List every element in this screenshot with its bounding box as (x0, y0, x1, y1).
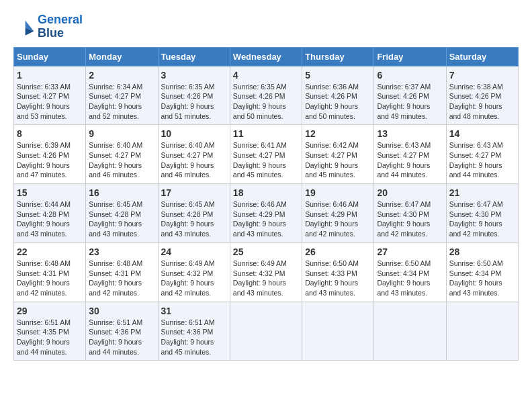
day-number: 12 (305, 128, 371, 139)
day-number: 7 (449, 70, 515, 81)
day-info: Sunrise: 6:33 AM Sunset: 4:27 PM Dayligh… (17, 82, 83, 122)
day-info: Sunrise: 6:36 AM Sunset: 4:26 PM Dayligh… (305, 82, 371, 122)
calendar-cell: 10 Sunrise: 6:40 AM Sunset: 4:27 PM Dayl… (158, 125, 230, 184)
day-info: Sunrise: 6:45 AM Sunset: 4:28 PM Dayligh… (161, 199, 227, 239)
calendar-cell (230, 302, 302, 361)
day-info: Sunrise: 6:41 AM Sunset: 4:27 PM Dayligh… (233, 140, 299, 180)
day-info: Sunrise: 6:40 AM Sunset: 4:27 PM Dayligh… (89, 140, 154, 180)
calendar-cell: 13 Sunrise: 6:43 AM Sunset: 4:27 PM Dayl… (374, 125, 446, 184)
day-info: Sunrise: 6:51 AM Sunset: 4:36 PM Dayligh… (161, 318, 227, 357)
col-header-tuesday: Tuesday (158, 47, 230, 66)
logo: General Blue (13, 13, 83, 40)
day-info: Sunrise: 6:49 AM Sunset: 4:32 PM Dayligh… (161, 259, 227, 298)
day-number: 6 (377, 70, 443, 81)
day-number: 16 (89, 187, 154, 198)
day-info: Sunrise: 6:46 AM Sunset: 4:29 PM Dayligh… (305, 199, 371, 239)
calendar-cell: 8 Sunrise: 6:39 AM Sunset: 4:26 PM Dayli… (14, 125, 86, 184)
day-info: Sunrise: 6:51 AM Sunset: 4:36 PM Dayligh… (89, 318, 154, 357)
calendar-cell (374, 302, 446, 361)
day-info: Sunrise: 6:50 AM Sunset: 4:34 PM Dayligh… (377, 259, 443, 298)
day-info: Sunrise: 6:39 AM Sunset: 4:26 PM Dayligh… (17, 140, 83, 180)
calendar-cell: 1 Sunrise: 6:33 AM Sunset: 4:27 PM Dayli… (14, 66, 86, 125)
day-number: 11 (233, 128, 299, 139)
day-number: 1 (17, 70, 83, 81)
day-number: 14 (449, 128, 515, 139)
calendar-cell: 19 Sunrise: 6:46 AM Sunset: 4:29 PM Dayl… (302, 184, 374, 243)
day-number: 3 (161, 70, 227, 81)
day-info: Sunrise: 6:40 AM Sunset: 4:27 PM Dayligh… (161, 140, 227, 180)
day-info: Sunrise: 6:34 AM Sunset: 4:27 PM Dayligh… (89, 82, 154, 122)
day-info: Sunrise: 6:45 AM Sunset: 4:28 PM Dayligh… (89, 199, 154, 239)
day-number: 22 (17, 246, 83, 257)
day-number: 21 (449, 187, 515, 198)
day-info: Sunrise: 6:38 AM Sunset: 4:26 PM Dayligh… (449, 82, 515, 122)
day-number: 27 (377, 246, 443, 257)
calendar-cell: 20 Sunrise: 6:47 AM Sunset: 4:30 PM Dayl… (374, 184, 446, 243)
calendar-cell: 25 Sunrise: 6:49 AM Sunset: 4:32 PM Dayl… (230, 242, 302, 302)
calendar-cell: 28 Sunrise: 6:50 AM Sunset: 4:34 PM Dayl… (446, 242, 518, 302)
calendar-week-1: 1 Sunrise: 6:33 AM Sunset: 4:27 PM Dayli… (14, 66, 519, 125)
day-info: Sunrise: 6:47 AM Sunset: 4:30 PM Dayligh… (449, 199, 515, 239)
day-number: 8 (17, 128, 83, 139)
calendar-cell: 9 Sunrise: 6:40 AM Sunset: 4:27 PM Dayli… (86, 125, 158, 184)
calendar-cell: 7 Sunrise: 6:38 AM Sunset: 4:26 PM Dayli… (446, 66, 518, 125)
calendar-cell: 22 Sunrise: 6:48 AM Sunset: 4:31 PM Dayl… (14, 242, 86, 302)
calendar-week-3: 15 Sunrise: 6:44 AM Sunset: 4:28 PM Dayl… (14, 184, 519, 243)
day-number: 26 (305, 246, 371, 257)
calendar-cell: 16 Sunrise: 6:45 AM Sunset: 4:28 PM Dayl… (86, 184, 158, 243)
day-number: 5 (305, 70, 371, 81)
calendar-week-2: 8 Sunrise: 6:39 AM Sunset: 4:26 PM Dayli… (14, 125, 519, 184)
page-header: General Blue (13, 13, 519, 40)
day-number: 28 (449, 246, 515, 257)
calendar-cell: 15 Sunrise: 6:44 AM Sunset: 4:28 PM Dayl… (14, 184, 86, 243)
calendar-cell: 27 Sunrise: 6:50 AM Sunset: 4:34 PM Dayl… (374, 242, 446, 302)
day-number: 4 (233, 70, 299, 81)
day-info: Sunrise: 6:35 AM Sunset: 4:26 PM Dayligh… (161, 82, 227, 122)
col-header-wednesday: Wednesday (230, 47, 302, 66)
calendar-week-5: 29 Sunrise: 6:51 AM Sunset: 4:35 PM Dayl… (14, 302, 519, 361)
day-number: 15 (17, 187, 83, 198)
col-header-monday: Monday (86, 47, 158, 66)
calendar-cell: 23 Sunrise: 6:48 AM Sunset: 4:31 PM Dayl… (86, 242, 158, 302)
day-number: 10 (161, 128, 227, 139)
day-number: 25 (233, 246, 299, 257)
day-info: Sunrise: 6:50 AM Sunset: 4:34 PM Dayligh… (449, 259, 515, 298)
day-info: Sunrise: 6:43 AM Sunset: 4:27 PM Dayligh… (377, 140, 443, 180)
calendar-cell: 2 Sunrise: 6:34 AM Sunset: 4:27 PM Dayli… (86, 66, 158, 125)
calendar-cell: 6 Sunrise: 6:37 AM Sunset: 4:26 PM Dayli… (374, 66, 446, 125)
calendar-cell: 24 Sunrise: 6:49 AM Sunset: 4:32 PM Dayl… (158, 242, 230, 302)
day-number: 2 (89, 70, 154, 81)
day-number: 31 (161, 306, 227, 316)
calendar-cell: 21 Sunrise: 6:47 AM Sunset: 4:30 PM Dayl… (446, 184, 518, 243)
day-info: Sunrise: 6:48 AM Sunset: 4:31 PM Dayligh… (17, 259, 83, 298)
calendar-cell: 3 Sunrise: 6:35 AM Sunset: 4:26 PM Dayli… (158, 66, 230, 125)
day-info: Sunrise: 6:47 AM Sunset: 4:30 PM Dayligh… (377, 199, 443, 239)
day-number: 13 (377, 128, 443, 139)
day-info: Sunrise: 6:48 AM Sunset: 4:31 PM Dayligh… (89, 259, 154, 298)
calendar-cell: 12 Sunrise: 6:42 AM Sunset: 4:27 PM Dayl… (302, 125, 374, 184)
logo-icon (13, 16, 35, 38)
day-number: 24 (161, 246, 227, 257)
col-header-sunday: Sunday (14, 47, 86, 66)
day-info: Sunrise: 6:49 AM Sunset: 4:32 PM Dayligh… (233, 259, 299, 298)
calendar-cell (446, 302, 518, 361)
day-info: Sunrise: 6:44 AM Sunset: 4:28 PM Dayligh… (17, 199, 83, 239)
calendar-table: SundayMondayTuesdayWednesdayThursdayFrid… (13, 47, 519, 361)
calendar-cell: 5 Sunrise: 6:36 AM Sunset: 4:26 PM Dayli… (302, 66, 374, 125)
calendar-week-4: 22 Sunrise: 6:48 AM Sunset: 4:31 PM Dayl… (14, 242, 519, 302)
col-header-thursday: Thursday (302, 47, 374, 66)
day-info: Sunrise: 6:37 AM Sunset: 4:26 PM Dayligh… (377, 82, 443, 122)
calendar-cell: 26 Sunrise: 6:50 AM Sunset: 4:33 PM Dayl… (302, 242, 374, 302)
calendar-cell: 11 Sunrise: 6:41 AM Sunset: 4:27 PM Dayl… (230, 125, 302, 184)
day-info: Sunrise: 6:42 AM Sunset: 4:27 PM Dayligh… (305, 140, 371, 180)
day-info: Sunrise: 6:51 AM Sunset: 4:35 PM Dayligh… (17, 318, 83, 357)
col-header-saturday: Saturday (446, 47, 518, 66)
calendar-cell (302, 302, 374, 361)
day-number: 9 (89, 128, 154, 139)
calendar-cell: 14 Sunrise: 6:43 AM Sunset: 4:27 PM Dayl… (446, 125, 518, 184)
day-number: 17 (161, 187, 227, 198)
day-number: 19 (305, 187, 371, 198)
day-number: 30 (89, 306, 154, 316)
calendar-cell: 29 Sunrise: 6:51 AM Sunset: 4:35 PM Dayl… (14, 302, 86, 361)
day-info: Sunrise: 6:50 AM Sunset: 4:33 PM Dayligh… (305, 259, 371, 298)
